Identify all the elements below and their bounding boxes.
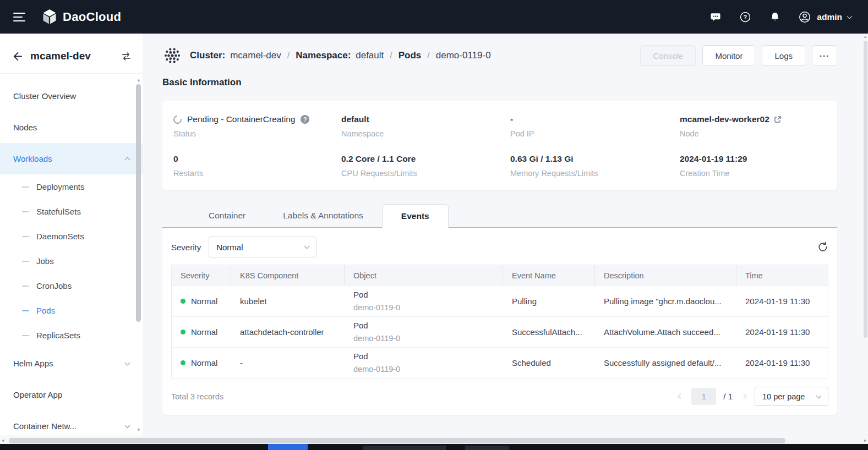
- sidebar-item-label: Deployments: [36, 182, 85, 191]
- sidebar-item-label: StatefulSets: [36, 207, 81, 216]
- breadcrumb-pod-name: demo-0119-0: [436, 50, 491, 61]
- external-link-icon[interactable]: [774, 116, 782, 123]
- field-label: Memory Requests/Limits: [510, 169, 680, 178]
- breadcrumb-namespace-value[interactable]: default: [356, 50, 384, 61]
- field-value: 2024-01-19 11:29: [680, 154, 826, 164]
- refresh-icon[interactable]: [817, 242, 828, 253]
- severity-normal-dot-icon: [181, 360, 185, 365]
- monitor-button[interactable]: Monitor: [702, 45, 755, 66]
- prev-page-icon[interactable]: [676, 394, 684, 398]
- brand[interactable]: DaoCloud: [42, 9, 121, 25]
- chevron-up-icon[interactable]: [125, 157, 130, 162]
- object-kind: Pod: [353, 290, 368, 299]
- horizontal-scrollbar-thumb[interactable]: [9, 438, 785, 443]
- field-label: Restarts: [173, 169, 341, 178]
- sidebar-item-jobs[interactable]: Jobs: [0, 249, 143, 273]
- field-label: Node: [680, 129, 826, 138]
- sidebar-scrollbar[interactable]: [136, 84, 141, 322]
- vertical-scrollbar-thumb[interactable]: [864, 41, 867, 338]
- sidebar-nav: Cluster Overview Nodes Workloads Deploym…: [0, 74, 143, 436]
- page-size-value: 10 per page: [762, 392, 805, 401]
- sidebar-item-helm-apps[interactable]: Helm Apps: [0, 348, 143, 379]
- events-filter-row: Severity Normal: [171, 237, 828, 257]
- breadcrumb-namespace-label: Namespace:: [296, 50, 351, 61]
- next-page-icon[interactable]: [740, 394, 747, 398]
- svg-text:?: ?: [744, 13, 747, 20]
- sidebar-item-label: Nodes: [13, 123, 37, 132]
- field-value: 0.63 Gi / 1.13 Gi: [510, 154, 680, 164]
- breadcrumb-separator: /: [287, 51, 290, 61]
- tab-container[interactable]: Container: [190, 204, 264, 227]
- chevron-down-icon[interactable]: [847, 13, 853, 19]
- page-bottom-strip: [0, 444, 868, 450]
- breadcrumb-cluster-value[interactable]: mcamel-dev: [230, 50, 281, 61]
- sidebar-item-label: Helm Apps: [13, 359, 53, 368]
- scroll-right-arrow-icon[interactable]: ▸: [864, 438, 866, 443]
- breadcrumb-pods[interactable]: Pods: [398, 50, 422, 61]
- sidebar-item-replicasets[interactable]: ReplicaSets: [0, 323, 143, 348]
- menu-icon[interactable]: [13, 13, 25, 21]
- tab-labels-annotations[interactable]: Labels & Annotations: [264, 204, 382, 227]
- chat-icon[interactable]: [709, 10, 722, 24]
- chevron-down-icon[interactable]: [125, 422, 130, 428]
- page-size-select[interactable]: 10 per page: [755, 387, 828, 406]
- sidebar-item-statefulsets[interactable]: StatefulSets: [0, 199, 143, 224]
- sidebar-item-workloads[interactable]: Workloads: [0, 143, 143, 174]
- event-name-cell: Scheduled: [503, 358, 595, 367]
- table-row: Normal - Poddemo-0119-0 Scheduled Succes…: [172, 347, 828, 378]
- events-table: Severity K8S Component Object Event Name…: [171, 265, 828, 378]
- chevron-down-icon[interactable]: [125, 360, 130, 365]
- sidebar-item-cronjobs[interactable]: CronJobs: [0, 273, 143, 298]
- column-object: Object: [345, 265, 503, 286]
- daocloud-logo-icon: [42, 9, 57, 25]
- dash-icon: [22, 211, 29, 212]
- dash-icon: [22, 286, 29, 287]
- logs-button[interactable]: Logs: [762, 45, 805, 66]
- scroll-down-arrow-icon[interactable]: ▼: [137, 427, 141, 432]
- cluster-name: mcamel-dev: [30, 50, 121, 62]
- switch-cluster-icon[interactable]: [121, 51, 132, 62]
- sidebar-item-label: Operator App: [13, 390, 62, 399]
- severity-select[interactable]: Normal: [209, 237, 316, 257]
- scroll-up-arrow-icon[interactable]: ▲: [137, 78, 141, 83]
- severity-value: Normal: [191, 327, 217, 337]
- sidebar-item-nodes[interactable]: Nodes: [0, 112, 143, 143]
- vertical-scrollbar[interactable]: ▲: [862, 34, 868, 436]
- bell-icon[interactable]: [768, 10, 782, 24]
- sidebar-item-operator-app[interactable]: Operator App: [0, 379, 143, 410]
- sidebar-item-daemonsets[interactable]: DaemonSets: [0, 224, 143, 249]
- horizontal-scrollbar[interactable]: ◂ ▸: [0, 436, 868, 444]
- back-icon[interactable]: [11, 51, 23, 62]
- node-link[interactable]: mcamel-dev-worker02: [680, 114, 769, 124]
- sidebar-item-label: Container Netw...: [13, 421, 77, 431]
- field-label: Namespace: [341, 129, 510, 138]
- description-cell: Pulling image "ghcr.m.daoclou...: [595, 297, 736, 306]
- sidebar-item-cluster-overview[interactable]: Cluster Overview: [0, 80, 143, 112]
- user-menu[interactable]: admin: [798, 10, 851, 24]
- info-field-memory: 0.63 Gi / 1.13 Gi Memory Requests/Limits: [510, 154, 680, 178]
- chevron-down-icon: [304, 244, 310, 249]
- scroll-up-arrow-icon[interactable]: ▲: [862, 35, 868, 39]
- severity-value: Normal: [191, 297, 217, 306]
- scroll-left-arrow-icon[interactable]: ◂: [2, 438, 4, 443]
- basic-information-title: Basic Information: [162, 77, 837, 88]
- sidebar-item-container-network[interactable]: Container Netw...: [0, 410, 143, 436]
- sidebar-item-label: CronJobs: [36, 281, 72, 290]
- clipped-blue-element: [268, 444, 308, 450]
- help-circle-icon[interactable]: ?: [301, 115, 309, 124]
- help-icon[interactable]: ?: [739, 10, 752, 24]
- tab-events[interactable]: Events: [382, 204, 449, 228]
- avatar[interactable]: [798, 10, 811, 24]
- more-actions-button[interactable]: ···: [812, 45, 837, 66]
- column-description: Description: [595, 265, 736, 286]
- component-cell: attachdetach-controller: [231, 327, 345, 337]
- column-severity: Severity: [172, 265, 231, 286]
- object-name: demo-0119-0: [353, 365, 400, 374]
- description-cell: AttachVolume.Attach succeed...: [595, 327, 736, 337]
- sidebar-item-pods[interactable]: Pods: [0, 298, 143, 323]
- time-cell: 2024-01-19 11:30: [736, 327, 828, 337]
- table-footer: Total 3 records / 1 10 per page: [171, 386, 828, 407]
- page-input[interactable]: [691, 388, 716, 405]
- sidebar-item-deployments[interactable]: Deployments: [0, 174, 143, 199]
- sidebar-item-label: DaemonSets: [36, 232, 84, 241]
